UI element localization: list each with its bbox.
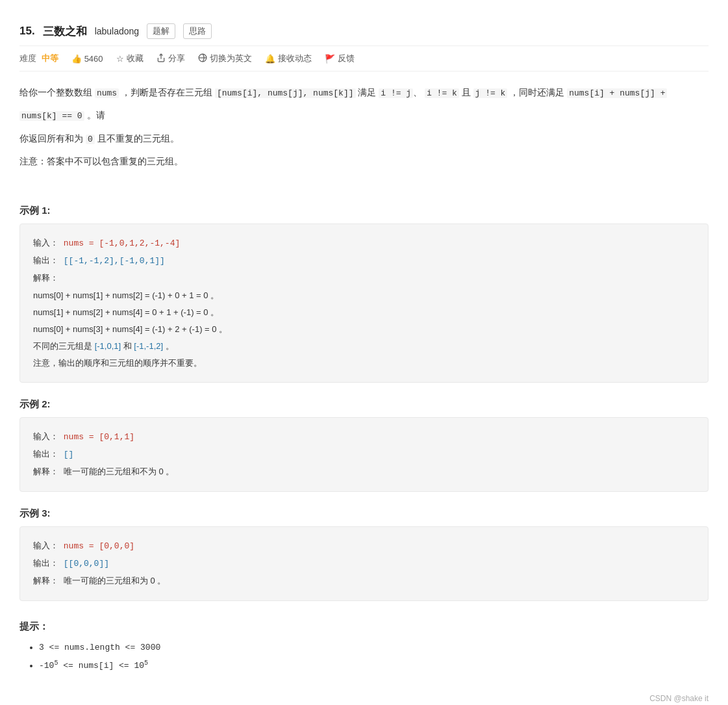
example1-output-value: [[-1,-1,2],[-1,0,1]] xyxy=(64,256,165,266)
hints-list: 3 <= nums.length <= 3000 -105 <= nums[i]… xyxy=(19,639,709,674)
share-icon xyxy=(157,53,166,64)
description-line2: 你返回所有和为 0 且不重复的三元组。 xyxy=(19,131,709,147)
note-text: 注意：答案中不可以包含重复的三元组。 xyxy=(19,156,183,166)
example1-title: 示例 1: xyxy=(19,205,709,217)
example1-explain-lines: nums[0] + nums[1] + nums[2] = (-1) + 0 +… xyxy=(33,287,695,372)
example1-block: 输入： nums = [-1,0,1,2,-1,-4] 输出： [[-1,-1,… xyxy=(19,224,709,383)
example2-explain-label: 解释： xyxy=(33,467,58,476)
desc-text-5: 。请 xyxy=(84,110,105,120)
example2-output: 输出： [] xyxy=(33,446,695,463)
example2-output-value: [] xyxy=(64,450,74,459)
desc-cond-jk: j != k xyxy=(473,88,508,98)
example1-input-value: nums = [-1,0,1,2,-1,-4] xyxy=(64,238,180,248)
translate-icon xyxy=(198,53,207,64)
difficulty-value: 中等 xyxy=(42,53,58,63)
tijie-button[interactable]: 题解 xyxy=(147,23,175,39)
example1-input-label: 输入： xyxy=(33,238,58,248)
toolbar: 难度 中等 👍 5460 ☆ 收藏 分享 切换为英文 🔔 接收动态 🚩 反馈 xyxy=(19,46,709,71)
desc-text-6: 你返回所有和为 xyxy=(19,133,86,144)
example2-output-label: 输出： xyxy=(33,449,58,459)
example1-explain-line4: 不同的三元组是 [-1,0,1] 和 [-1,-1,2] 。 xyxy=(33,338,695,355)
difficulty-label: 难度 中等 xyxy=(19,53,58,64)
example1-output-label: 输出： xyxy=(33,255,58,265)
desc-zero: 0 xyxy=(86,135,95,144)
example2-explain: 解释： 唯一可能的三元组和不为 0 。 xyxy=(33,463,695,481)
hint-item-1: 3 <= nums.length <= 3000 xyxy=(39,639,709,656)
example3-input: 输入： nums = [0,0,0] xyxy=(33,537,695,555)
desc-cond-i: i != j xyxy=(379,88,413,98)
description-line1: 给你一个整数数组 nums ，判断是否存在三元组 [nums[i], nums[… xyxy=(19,84,709,101)
desc-text-1: 给你一个整数数组 xyxy=(19,87,95,97)
notify-label: 接收动态 xyxy=(278,53,312,64)
desc-and: 且 xyxy=(459,87,473,97)
example3-output-value: [[0,0,0]] xyxy=(64,559,109,569)
collect-label: 收藏 xyxy=(127,53,144,64)
feedback-item[interactable]: 🚩 反馈 xyxy=(325,53,355,64)
example1-explain-line1: nums[0] + nums[1] + nums[2] = (-1) + 0 +… xyxy=(33,287,695,304)
collect-item[interactable]: ☆ 收藏 xyxy=(116,53,144,64)
share-item[interactable]: 分享 xyxy=(157,53,185,64)
likes-item[interactable]: 👍 5460 xyxy=(71,54,103,64)
labuladong-link[interactable]: labuladong xyxy=(95,26,140,36)
desc-text-7: 且不重复的三元组。 xyxy=(95,133,179,144)
collect-icon: ☆ xyxy=(116,54,124,64)
desc-sum-cont: nums[k] == 0 xyxy=(19,111,84,121)
example3-input-label: 输入： xyxy=(33,541,58,550)
share-label: 分享 xyxy=(168,53,185,64)
desc-nums-code: nums xyxy=(95,88,119,98)
desc-triple-code: [nums[i], nums[j], nums[k]] xyxy=(215,88,356,98)
example2-input-value: nums = [0,1,1] xyxy=(64,432,134,442)
problem-header: 15. 三数之和 labuladong 题解 思路 xyxy=(19,13,709,46)
example2-explain-text: 唯一可能的三元组和不为 0 。 xyxy=(64,467,174,476)
desc-text-4: ，同时还满足 xyxy=(507,87,567,97)
desc-text-2: ，判断是否存在三元组 xyxy=(119,87,215,97)
desc-cond-ik: i != k xyxy=(425,88,459,98)
problem-content: 给你一个整数数组 nums ，判断是否存在三元组 [nums[i], nums[… xyxy=(19,71,709,189)
example3-block: 输入： nums = [0,0,0] 输出： [[0,0,0]] 解释： 唯一可… xyxy=(19,526,709,601)
example1-output: 输出： [[-1,-1,2],[-1,0,1]] xyxy=(33,252,695,270)
description-note: 注意：答案中不可以包含重复的三元组。 xyxy=(19,153,709,170)
example2-title: 示例 2: xyxy=(19,398,709,411)
example1-input: 输入： nums = [-1,0,1,2,-1,-4] xyxy=(33,235,695,252)
desc-text-3: 满足 xyxy=(356,87,379,97)
problem-title: 三数之和 xyxy=(43,24,87,39)
example1-explain-line5: 注意，输出的顺序和三元组的顺序并不重要。 xyxy=(33,355,695,372)
example3-explain-text: 唯一可能的三元组和为 0 。 xyxy=(64,576,166,585)
example3-title: 示例 3: xyxy=(19,507,709,520)
example3-output-label: 输出： xyxy=(33,558,58,568)
example3-explain: 解释： 唯一可能的三元组和为 0 。 xyxy=(33,572,695,590)
example3-input-value: nums = [0,0,0] xyxy=(64,541,134,551)
hints-section: 提示： 3 <= nums.length <= 3000 -105 <= num… xyxy=(19,621,709,674)
example1-explain-line3: nums[0] + nums[3] + nums[4] = (-1) + 2 +… xyxy=(33,321,695,338)
translate-label: 切换为英文 xyxy=(210,53,252,64)
desc-sum-cond: nums[i] + nums[j] + xyxy=(567,88,667,98)
example3-output: 输出： [[0,0,0]] xyxy=(33,555,695,572)
example1-explain-line2: nums[1] + nums[2] + nums[4] = 0 + 1 + (-… xyxy=(33,304,695,321)
hints-title: 提示： xyxy=(19,621,709,633)
desc-sep1: 、 xyxy=(413,87,425,97)
feedback-label: 反馈 xyxy=(338,53,355,64)
example1-explain-header: 解释： xyxy=(33,270,695,287)
example2-input: 输入： nums = [0,1,1] xyxy=(33,428,695,446)
example3-explain-label: 解释： xyxy=(33,576,58,585)
problem-number: 15. xyxy=(19,25,35,38)
example1-explain-label: 解释： xyxy=(33,273,58,283)
feedback-icon: 🚩 xyxy=(325,54,335,64)
footer-credit: CSDN @shake it xyxy=(19,687,709,703)
likes-icon: 👍 xyxy=(71,54,82,64)
notify-item[interactable]: 🔔 接收动态 xyxy=(265,53,312,64)
silu-button[interactable]: 思路 xyxy=(183,23,212,39)
likes-count: 5460 xyxy=(84,54,103,64)
notify-icon: 🔔 xyxy=(265,54,275,64)
example2-input-label: 输入： xyxy=(33,431,58,441)
translate-item[interactable]: 切换为英文 xyxy=(198,53,252,64)
description-line2-cont: nums[k] == 0 。请 xyxy=(19,107,709,123)
hint-item-2: -105 <= nums[i] <= 105 xyxy=(39,656,709,674)
example2-block: 输入： nums = [0,1,1] 输出： [] 解释： 唯一可能的三元组和不… xyxy=(19,417,709,492)
